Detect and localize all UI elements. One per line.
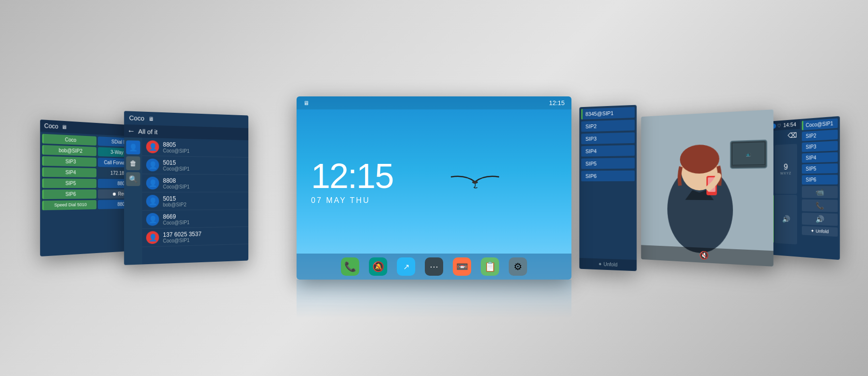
unfold-icon: ✦: [598, 261, 602, 267]
avatar-5: 👤: [146, 213, 159, 226]
dock-apps-icon[interactable]: ⋯: [425, 257, 443, 276]
speed-dial-btn[interactable]: Speed Dial 5010: [42, 200, 96, 210]
contacts-icon-bar: 👤 🗑 🔍: [124, 137, 142, 265]
contact-info-1: 8805 Coco@SIP1: [163, 141, 245, 154]
contact-sub-4: bob@SIP2: [163, 201, 245, 207]
avatar-6: 👤: [146, 231, 159, 244]
unfold-label: Unfold: [604, 262, 618, 268]
contacts-panel: Coco 🖥 ← All of it 👤 🗑 🔍 👤 8805 Coco@SIP…: [124, 111, 248, 265]
sip-right-item-5[interactable]: SIP5: [581, 158, 635, 169]
center-lock-screen: 🖥 12:15 12:15 07 MAY THU: [297, 96, 571, 280]
lock-screen-reflection: [297, 280, 571, 318]
avatar-3: 👤: [146, 177, 159, 190]
sip-right-item-3[interactable]: SIP3: [581, 132, 635, 144]
dial-vol[interactable]: 🔊: [775, 194, 797, 244]
contacts-screen: Coco 🖥 ← All of it 👤 🗑 🔍 👤 8805 Coco@SIP…: [124, 111, 248, 265]
sip-unfold-button[interactable]: ✦ Unfold: [579, 258, 637, 271]
contact-sub-5: Coco@SIP1: [163, 219, 245, 226]
sip5-btn-left[interactable]: SIP5: [42, 178, 96, 188]
dialpad-sip-3[interactable]: SIP3: [802, 141, 838, 152]
person-background: 📺: [641, 109, 773, 267]
contact-number-2: 5015: [163, 159, 245, 167]
contact-item-6[interactable]: 👤 137 6025 3537 Coco@SIP1: [142, 227, 248, 247]
coco-label-left: Coco: [44, 122, 58, 130]
sip3-btn-left[interactable]: SIP3: [42, 156, 96, 167]
avatar-1: 👤: [146, 140, 159, 153]
seagull-icon: [446, 162, 504, 201]
dock-settings-icon[interactable]: ⚙: [509, 257, 527, 276]
sip-right-item-2[interactable]: SIP2: [581, 120, 635, 132]
dialpad-vol-btn[interactable]: 🔊: [802, 213, 838, 226]
contact-info-4: 5015 bob@SIP2: [163, 195, 245, 207]
dock-voicemail-icon[interactable]: 📼: [453, 257, 471, 276]
contacts-sidebar: 👤 🗑 🔍 👤 8805 Coco@SIP1 👤 5015 Coco@SI: [124, 137, 248, 265]
contact-item-5[interactable]: 👤 8669 Coco@SIP1: [142, 210, 248, 229]
contacts-list: 👤 8805 Coco@SIP1 👤 5015 Coco@SIP1 👤: [142, 138, 248, 265]
lock-main-area: 12:15 07 MAY THU: [297, 109, 571, 254]
seagull-area: [393, 162, 557, 201]
lock-dock: 📞 🔕 ↗ ⋯ 📼 📋 ⚙: [297, 254, 571, 280]
sip4-btn-left[interactable]: SIP4: [42, 167, 96, 177]
contact-info-3: 8808 Coco@SIP1: [163, 177, 245, 189]
avatar-2: 👤: [146, 159, 159, 172]
dialpad-right-section: Coco@SIP1 SIP2 SIP3 SIP4 SIP5 SIP6 📹 📞 🔊…: [800, 116, 840, 260]
delete-icon[interactable]: 🗑: [126, 156, 140, 170]
dialpad-sip-5[interactable]: SIP5: [802, 163, 838, 174]
contact-sub-1: Coco@SIP1: [163, 148, 245, 154]
sip-right-list: 8345@SIP1 SIP2 SIP3 SIP4 SIP5 SIP6: [579, 105, 637, 260]
dock-contacts-icon[interactable]: 📋: [481, 257, 499, 276]
dialpad-video-btn[interactable]: 📹: [802, 186, 838, 199]
contact-info-5: 8669 Coco@SIP1: [163, 212, 245, 225]
dialpad-time: 14:54: [783, 121, 796, 128]
person-svg: 📺: [641, 109, 773, 267]
sip6-btn-left[interactable]: SIP6: [42, 189, 96, 199]
monitor-icon-lock: 🖥: [303, 100, 309, 107]
lock-screen: 🖥 12:15 12:15 07 MAY THU: [297, 96, 571, 280]
dialpad-unfold-btn[interactable]: ✦ Unfold: [802, 226, 838, 237]
contact-number-4: 5015: [163, 195, 245, 202]
contact-item-4[interactable]: 👤 5015 bob@SIP2: [142, 192, 248, 211]
contact-sub-3: Coco@SIP1: [163, 184, 245, 189]
monitor-icon-left: 🖥: [61, 124, 67, 130]
lock-date-display: 07 MAY THU: [311, 196, 393, 205]
coco-btn[interactable]: Coco: [42, 134, 96, 146]
bob-sip2-btn[interactable]: bob@SIP2: [42, 145, 96, 156]
lock-time-status: 12:15: [549, 99, 565, 107]
dial-9[interactable]: 9WXYZ: [775, 144, 797, 193]
contact-sub-2: Coco@SIP1: [163, 166, 245, 172]
svg-text:📺: 📺: [746, 151, 751, 157]
dock-dnd-icon[interactable]: 🔕: [369, 257, 387, 276]
dialpad-sip-4[interactable]: SIP4: [802, 152, 838, 163]
contact-info-6: 137 6025 3537 Coco@SIP1: [163, 229, 245, 243]
contacts-title: Coco: [129, 114, 145, 122]
sip-right-item-4[interactable]: SIP4: [581, 145, 635, 157]
contact-item-3[interactable]: 👤 8808 Coco@SIP1: [142, 174, 248, 192]
dialpad-sip-6[interactable]: SIP6: [802, 175, 838, 184]
contact-item-1[interactable]: 👤 8805 Coco@SIP1: [142, 138, 248, 158]
sip-panel-right-inner: 8345@SIP1 SIP2 SIP3 SIP4 SIP5 SIP6 ✦ Unf…: [579, 105, 637, 271]
dock-forward-icon[interactable]: ↗: [397, 257, 415, 276]
dialpad-sip-2[interactable]: SIP2: [802, 130, 838, 141]
lock-status-bar: 🖥 12:15: [297, 96, 571, 109]
contact-item-2[interactable]: 👤 5015 Coco@SIP1: [142, 156, 248, 175]
contact-info-2: 5015 Coco@SIP1: [163, 159, 245, 172]
back-arrow-icon[interactable]: ←: [127, 126, 136, 135]
backspace-btn[interactable]: ⌫: [787, 131, 797, 139]
avatar-4: 👤: [146, 195, 159, 208]
dock-phone-icon[interactable]: 📞: [341, 257, 359, 276]
contact-number-3: 8808: [163, 177, 245, 184]
person-icon[interactable]: 👤: [126, 140, 140, 154]
sip-right-item-6[interactable]: SIP6: [581, 171, 635, 182]
dialpad-sip-coco[interactable]: Coco@SIP1: [802, 118, 838, 130]
video-panel: 📺 🔇: [641, 109, 773, 267]
sip-screen-right: 8345@SIP1 SIP2 SIP3 SIP4 SIP5 SIP6 ✦ Unf…: [579, 105, 637, 271]
mute-icon[interactable]: 🔇: [699, 251, 709, 260]
video-screen: 📺 🔇: [641, 109, 773, 267]
search-icon[interactable]: 🔍: [126, 172, 140, 186]
lock-time-display: 12:15: [311, 159, 393, 193]
sip-right-item-1[interactable]: 8345@SIP1: [581, 107, 635, 120]
dialpad-phone-btn[interactable]: 📞: [802, 200, 838, 212]
lock-clock: 12:15 07 MAY THU: [311, 159, 393, 205]
monitor-icon-contacts: 🖥: [149, 116, 154, 122]
all-of-it-label: All of it: [138, 128, 158, 135]
